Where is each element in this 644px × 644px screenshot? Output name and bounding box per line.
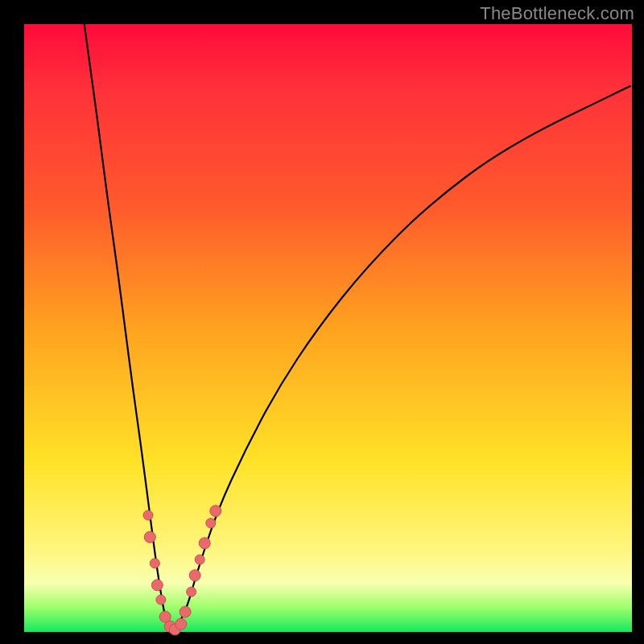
data-marker (156, 595, 166, 605)
data-marker (175, 618, 187, 630)
data-marker (199, 538, 210, 549)
data-marker (210, 506, 221, 517)
data-marker (206, 518, 216, 528)
watermark-text: TheBottleneck.com (480, 3, 634, 24)
data-marker (195, 555, 204, 564)
data-marker (180, 606, 191, 617)
curve-layer (24, 24, 632, 632)
bottleneck-curve (85, 24, 630, 629)
plot-area (24, 24, 632, 632)
data-marker (143, 510, 153, 520)
marker-group (143, 506, 221, 635)
data-marker (150, 559, 159, 568)
chart-frame: TheBottleneck.com (0, 0, 644, 644)
data-marker (151, 580, 163, 591)
data-marker (144, 531, 155, 543)
data-marker (187, 587, 196, 597)
data-marker (189, 570, 200, 581)
